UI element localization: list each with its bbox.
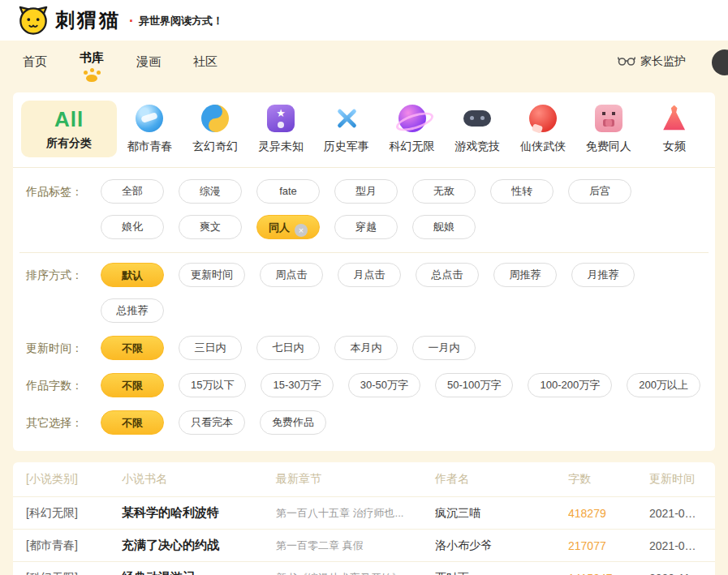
novel-word-count: 217077 — [568, 531, 649, 560]
nav-item-comics[interactable]: 漫画 — [135, 41, 162, 83]
table-header-words: 字数 — [568, 462, 649, 496]
filter-option-pill[interactable]: 后宫 — [568, 179, 631, 204]
filter-option-pill[interactable]: 性转 — [490, 179, 554, 204]
novel-title[interactable]: 经典动漫游记 — [122, 562, 276, 575]
filter-option-pill[interactable]: 总推荐 — [101, 298, 164, 323]
category-item[interactable]: 玄幻奇幻 — [183, 101, 248, 157]
table-header-chapter: 最新章节 — [276, 462, 435, 496]
category-item[interactable]: 历史军事 — [313, 101, 379, 157]
filter-option-pill[interactable]: 默认 — [101, 263, 164, 287]
novel-word-count: 418279 — [568, 499, 649, 528]
filter-option-pill[interactable]: 穿越 — [334, 215, 398, 239]
filter-option-pill[interactable]: 200万以上 — [627, 373, 700, 397]
category-item[interactable]: 灵异未知 — [248, 101, 314, 157]
novel-title[interactable]: 某科学的哈利波特 — [122, 497, 276, 529]
user-avatar[interactable] — [712, 49, 728, 75]
filter-option-pill[interactable]: 不限 — [101, 373, 164, 397]
table-row: [科幻无限]经典动漫游记新书《综漫从犬夜叉开始》西时雨14159472020-1… — [13, 561, 715, 575]
novel-update-time: 2021-02-26 — [649, 499, 702, 528]
category-bar: All 所有分类 都市青春玄幻奇幻灵异未知历史军事科幻无限游戏竞技仙侠武侠免费同… — [13, 92, 715, 168]
filter-option-pill[interactable]: 周推荐 — [493, 263, 557, 287]
filter-option-pill[interactable]: 100-200万字 — [528, 373, 612, 397]
novel-latest-chapter[interactable]: 第一百零二章 真假 — [276, 530, 435, 561]
filter-option-pill[interactable]: 免费作品 — [260, 410, 326, 435]
nav-item-community[interactable]: 社区 — [192, 41, 219, 83]
category-all[interactable]: All 所有分类 — [21, 101, 117, 157]
filter-option-pill[interactable]: 三日内 — [179, 336, 242, 360]
cat-logo-icon — [18, 5, 55, 36]
novel-title[interactable]: 充满了决心的约战 — [122, 530, 276, 561]
category-label: 都市青春 — [127, 139, 172, 154]
filter-option-pill[interactable]: 爽文 — [179, 215, 242, 239]
filter-option-pill[interactable]: 同人× — [256, 215, 320, 239]
filter-row: 作品标签：全部综漫fate型月无敌性转后宫娘化爽文同人×穿越舰娘 — [19, 173, 709, 253]
novel-author[interactable]: 疯沉三喵 — [435, 498, 568, 529]
nav-item-library[interactable]: 书库 — [78, 41, 106, 83]
nav-item-home[interactable]: 首页 — [21, 41, 49, 83]
filter-option-pill[interactable]: 更新时间 — [179, 263, 245, 287]
filter-option-pill[interactable]: 七日内 — [256, 336, 320, 360]
novel-author[interactable]: 洛小布少爷 — [435, 530, 568, 561]
filter-option-pill[interactable]: 舰娘 — [412, 215, 476, 239]
filter-option-pill[interactable]: 娘化 — [101, 215, 164, 239]
filter-option-pill[interactable]: 不限 — [101, 336, 164, 360]
table-header-updated: 更新时间 — [649, 462, 702, 496]
category-item[interactable]: 都市青春 — [117, 101, 183, 157]
site-logo[interactable]: 刺猬猫 — [18, 5, 121, 36]
category-label: 灵异未知 — [258, 139, 304, 154]
filter-label: 作品字数： — [26, 373, 101, 397]
filter-option-pill[interactable]: 无敌 — [412, 179, 476, 204]
filter-option-pill[interactable]: 15万以下 — [179, 373, 246, 397]
table-header-title: 小说书名 — [122, 462, 276, 496]
filter-option-pill[interactable]: 15-30万字 — [261, 373, 333, 397]
parental-control-link[interactable]: 家长监护 — [618, 54, 686, 69]
novel-category: [科幻无限] — [26, 563, 122, 575]
pig-icon — [595, 105, 622, 132]
filter-option-pill[interactable]: 50-100万字 — [435, 373, 513, 397]
filter-option-pill[interactable]: 不限 — [101, 410, 164, 435]
filter-option-pill[interactable]: 总点击 — [416, 263, 479, 287]
filter-option-pill[interactable]: fate — [256, 179, 320, 204]
filter-options: 不限只看完本免费作品 — [101, 410, 702, 435]
filter-option-pill[interactable]: 月推荐 — [571, 263, 635, 287]
filter-row: 作品字数：不限15万以下15-30万字30-50万字50-100万字100-20… — [19, 367, 709, 404]
tagline-dot: · — [129, 13, 134, 30]
remove-tag-icon[interactable]: × — [295, 224, 308, 237]
filter-label: 作品标签： — [26, 179, 101, 204]
category-label: 游戏竞技 — [454, 139, 500, 154]
filter-row: 更新时间：不限三日内七日内本月内一月内 — [19, 329, 709, 367]
filter-option-pill[interactable]: 一月内 — [412, 336, 476, 360]
category-label: 历史军事 — [324, 139, 369, 154]
novel-author[interactable]: 西时雨 — [435, 563, 568, 575]
filter-label: 其它选择： — [26, 410, 101, 435]
category-item[interactable]: 科幻无限 — [379, 101, 445, 157]
category-item[interactable]: 游戏竞技 — [445, 101, 510, 157]
galaxy-icon — [398, 105, 426, 132]
site-header: 刺猬猫 · 异世界阅读方式！ — [0, 0, 728, 41]
novel-category: [科幻无限] — [26, 498, 122, 529]
category-list: 都市青春玄幻奇幻灵异未知历史军事科幻无限游戏竞技仙侠武侠免费同人女频 — [117, 101, 707, 157]
novel-latest-chapter[interactable]: 新书《综漫从犬夜叉开始》 — [276, 563, 435, 575]
filter-option-pill[interactable]: 全部 — [101, 179, 164, 204]
filter-option-pill[interactable]: 综漫 — [179, 179, 242, 204]
novel-word-count: 1415947 — [568, 564, 649, 575]
category-item[interactable]: 仙侠武侠 — [510, 101, 576, 157]
filter-option-pill[interactable]: 周点击 — [260, 263, 323, 287]
novel-category: [都市青春] — [26, 530, 122, 561]
category-label: 女频 — [663, 139, 686, 154]
amulet-icon — [267, 105, 295, 132]
brand-name: 刺猬猫 — [55, 7, 121, 33]
filter-option-pill[interactable]: 只看完本 — [179, 410, 245, 435]
table-header-author: 作者名 — [435, 462, 568, 496]
novel-table-body: [科幻无限]某科学的哈利波特第一百八十五章 治疗师也...疯沉三喵4182792… — [13, 496, 715, 575]
category-item[interactable]: 女频 — [641, 101, 707, 157]
paw-icon — [90, 68, 94, 72]
novel-latest-chapter[interactable]: 第一百八十五章 治疗师也... — [276, 498, 435, 529]
site-tagline: 异世界阅读方式！ — [139, 14, 223, 28]
city-icon — [136, 105, 163, 132]
filter-option-pill[interactable]: 型月 — [334, 179, 398, 204]
filter-option-pill[interactable]: 本月内 — [334, 336, 398, 360]
category-item[interactable]: 免费同人 — [575, 101, 641, 157]
filter-option-pill[interactable]: 月点击 — [338, 263, 401, 287]
filter-option-pill[interactable]: 30-50万字 — [348, 373, 420, 397]
